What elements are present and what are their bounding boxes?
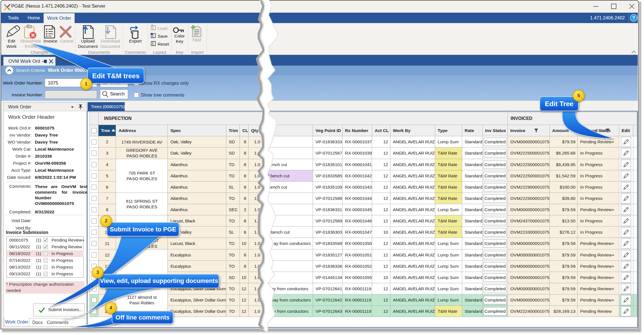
- svg-text:?: ?: [632, 15, 635, 20]
